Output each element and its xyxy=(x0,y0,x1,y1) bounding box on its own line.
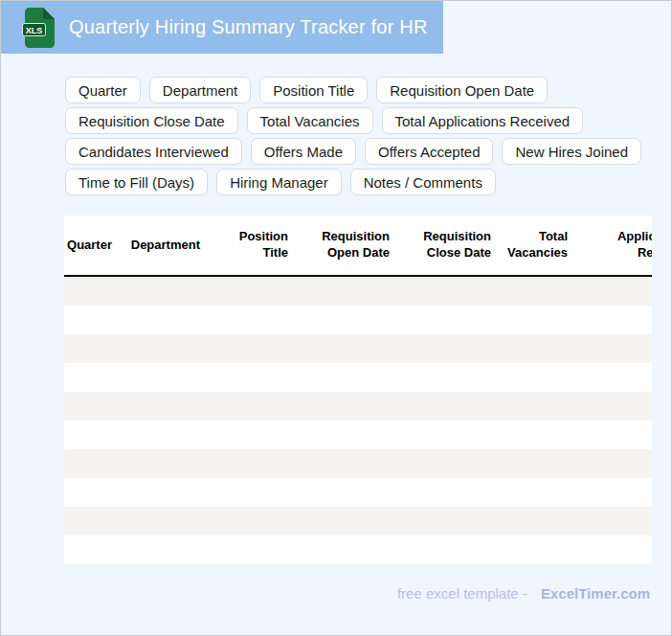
table-header-row: Quarter Department Position Title Requis… xyxy=(64,216,652,277)
column-header-total-vacancies: Total Vacancies xyxy=(503,229,579,261)
table-row xyxy=(64,420,652,449)
chip-offers-accepted[interactable]: Offers Accepted xyxy=(365,138,493,165)
field-chip-list: Quarter Department Position Title Requis… xyxy=(65,77,641,199)
table-row xyxy=(64,277,652,306)
column-header-department: Department xyxy=(123,238,212,254)
xls-badge-label: XLS xyxy=(26,25,43,34)
page: XLS Quarterly Hiring Summary Tracker for… xyxy=(0,0,672,636)
header-bar: XLS Quarterly Hiring Summary Tracker for… xyxy=(1,1,443,54)
chip-hiring-manager[interactable]: Hiring Manager xyxy=(216,169,342,195)
table-row xyxy=(64,334,652,363)
table-row xyxy=(64,449,652,478)
column-header-position-title: Position Title xyxy=(212,229,300,261)
column-header-quarter: Quarter xyxy=(64,238,123,254)
chip-new-hires-joined[interactable]: New Hires Joined xyxy=(502,138,641,165)
chip-requisition-close-date[interactable]: Requisition Close Date xyxy=(65,107,238,134)
chip-row: Requisition Close Date Total Vacancies T… xyxy=(65,107,641,134)
chip-notes-comments[interactable]: Notes / Comments xyxy=(350,169,496,195)
xls-file-icon: XLS xyxy=(21,7,57,49)
column-header-requisition-open-date: Requisition Open Date xyxy=(300,229,401,261)
chip-row: Candidates Interviewed Offers Made Offer… xyxy=(65,138,641,165)
chip-offers-made[interactable]: Offers Made xyxy=(251,138,356,165)
column-header-requisition-close-date: Requisition Close Date xyxy=(401,229,503,261)
chip-quarter[interactable]: Quarter xyxy=(65,77,141,103)
chip-candidates-interviewed[interactable]: Candidates Interviewed xyxy=(65,138,242,165)
footer-brand-link[interactable]: ExcelTimer.com xyxy=(541,585,650,602)
table-row xyxy=(64,392,652,420)
chip-position-title[interactable]: Position Title xyxy=(259,77,368,103)
chip-total-vacancies[interactable]: Total Vacancies xyxy=(247,107,373,134)
table-row xyxy=(64,363,652,392)
table-row xyxy=(64,478,652,507)
table-row xyxy=(64,535,652,564)
table-row xyxy=(64,507,652,535)
chip-time-to-fill-days[interactable]: Time to Fill (Days) xyxy=(65,169,208,195)
chip-row: Time to Fill (Days) Hiring Manager Notes… xyxy=(65,169,641,195)
chip-requisition-open-date[interactable]: Requisition Open Date xyxy=(376,77,548,103)
footer-text: free excel template - xyxy=(397,585,527,602)
chip-department[interactable]: Department xyxy=(149,77,251,103)
table-row xyxy=(64,306,652,334)
page-title: Quarterly Hiring Summary Tracker for HR xyxy=(69,16,428,38)
chip-total-applications-received[interactable]: Total Applications Received xyxy=(382,107,584,134)
spreadsheet-preview: Quarter Department Position Title Requis… xyxy=(64,216,652,564)
footer-credit: free excel template - ExcelTimer.com xyxy=(397,585,650,602)
table-body xyxy=(64,277,652,564)
chip-row: Quarter Department Position Title Requis… xyxy=(65,77,641,103)
column-header-applications-received: Applications Received xyxy=(579,229,652,261)
file-fold xyxy=(43,8,55,19)
